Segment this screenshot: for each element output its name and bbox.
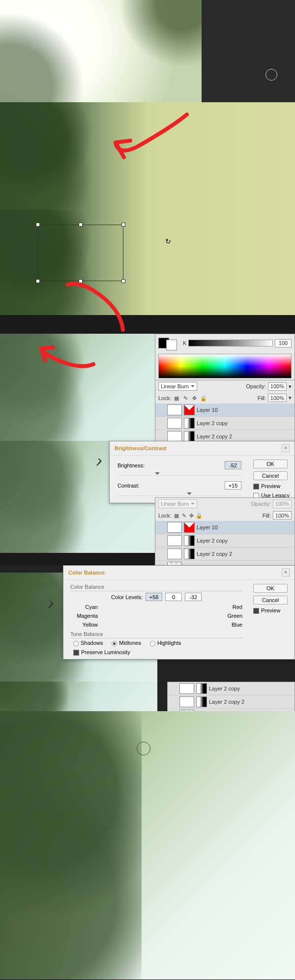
photo-step-5: Brightness/Contrast × Brightness: -52 Co…	[0, 441, 295, 553]
visibility-toggle-icon[interactable]	[157, 523, 165, 531]
highlights-radio[interactable]: Highlights	[150, 640, 181, 646]
layer-row[interactable]: Layer 10	[155, 404, 295, 417]
free-transform-bounding-box[interactable]	[38, 225, 123, 281]
opacity-label: Opacity:	[251, 501, 271, 507]
opacity-input: 100%	[273, 500, 292, 508]
lock-position-icon[interactable]: ✥	[188, 512, 195, 519]
fill-input[interactable]: 100%	[268, 394, 287, 402]
layer-name: Layer 2 copy 2	[197, 433, 232, 439]
transform-handle[interactable]	[121, 223, 125, 227]
contrast-input[interactable]: +15	[225, 481, 241, 490]
contrast-label: Contrast:	[118, 483, 152, 489]
k-label: K	[183, 340, 186, 346]
brush-cursor-icon	[266, 69, 277, 81]
ok-button[interactable]: OK	[253, 460, 288, 468]
layer-row[interactable]: Layer 2 copy	[168, 682, 295, 695]
layer-row[interactable]: Layer 2 copy	[155, 417, 295, 430]
visibility-toggle-icon[interactable]	[157, 537, 165, 545]
brightness-slider[interactable]	[118, 472, 241, 476]
layer-mask-thumbnail[interactable]	[184, 535, 195, 546]
visibility-toggle-icon[interactable]	[170, 698, 177, 706]
opacity-input[interactable]: 100%	[268, 382, 287, 391]
layer-mask-thumbnail[interactable]	[184, 404, 195, 415]
dialog-title: Brightness/Contrast	[115, 445, 167, 451]
shadows-radio[interactable]: Shadows	[73, 640, 103, 646]
ps-canvas-padding	[0, 315, 295, 334]
photo-step-2	[0, 102, 295, 210]
visibility-toggle-icon[interactable]	[157, 419, 165, 427]
cancel-button[interactable]: Cancel	[253, 471, 288, 480]
lock-icons-group: ▦ ✎ ✥ 🔒	[173, 395, 207, 402]
cancel-button[interactable]: Cancel	[253, 596, 288, 605]
layer-row[interactable]: Layer 10	[155, 521, 295, 534]
eyedropper-cursor-icon	[47, 602, 55, 610]
blend-mode-dropdown: Linear Burn	[158, 499, 197, 508]
lock-label: Lock:	[158, 395, 171, 401]
lock-pixels-icon[interactable]: ✎	[182, 395, 189, 402]
contrast-slider[interactable]	[118, 492, 241, 496]
lock-pixels-icon[interactable]: ✎	[180, 512, 187, 519]
canvas-photo-1	[0, 0, 202, 102]
blue-label: Blue	[232, 622, 242, 628]
fill-label: Fill:	[258, 395, 266, 401]
blend-mode-value: Linear Burn	[161, 501, 189, 507]
layer-mask-thumbnail[interactable]	[184, 522, 195, 533]
lock-label: Lock:	[158, 513, 171, 519]
visibility-toggle-icon[interactable]	[157, 432, 165, 440]
level-1-input[interactable]: +58	[146, 593, 162, 601]
visibility-toggle-icon[interactable]	[170, 685, 177, 692]
layer-thumbnail[interactable]	[167, 431, 182, 442]
layer-mask-thumbnail[interactable]	[184, 431, 195, 442]
transform-handle[interactable]	[79, 223, 83, 227]
background-color-swatch[interactable]	[166, 340, 177, 350]
k-slider[interactable]	[188, 340, 273, 346]
layer-mask-thumbnail[interactable]	[184, 548, 195, 559]
layer-name: Layer 2 copy	[197, 538, 228, 544]
lock-all-icon[interactable]: 🔒	[195, 512, 202, 519]
chevron-down-icon[interactable]: ▾	[289, 383, 292, 390]
annotation-arrow	[34, 341, 98, 381]
preview-checkbox[interactable]: Preview	[253, 483, 291, 490]
visibility-toggle-icon[interactable]	[157, 550, 165, 558]
center-point-icon[interactable]	[78, 250, 83, 255]
preview-checkbox[interactable]: Preview	[253, 607, 291, 614]
level-3-input[interactable]: -32	[185, 593, 202, 601]
brightness-input[interactable]: -52	[225, 461, 241, 469]
brightness-label: Brightness:	[118, 462, 152, 468]
transform-handle[interactable]	[36, 223, 40, 227]
layer-row[interactable]: Layer 2 copy 2	[168, 695, 295, 709]
close-icon[interactable]: ×	[282, 569, 290, 576]
layer-row[interactable]: Layer 2 copy	[155, 534, 295, 548]
visibility-toggle-icon[interactable]	[157, 406, 165, 414]
layer-thumbnail[interactable]	[167, 548, 182, 559]
fill-input[interactable]: 100%	[273, 511, 292, 519]
close-icon[interactable]: ×	[282, 444, 290, 452]
section-color-balance: Color Balance	[70, 584, 242, 591]
layer-name: Layer 2 copy 2	[209, 699, 244, 705]
layer-thumbnail[interactable]	[167, 522, 182, 533]
lock-position-icon[interactable]: ✥	[191, 395, 198, 402]
color-spectrum[interactable]	[158, 354, 292, 378]
ok-button[interactable]: OK	[253, 584, 288, 593]
color-levels-label: Color Levels:	[111, 594, 143, 600]
blend-mode-dropdown[interactable]: Linear Burn	[158, 382, 197, 391]
layer-thumbnail[interactable]	[167, 535, 182, 546]
layer-mask-thumbnail[interactable]	[184, 418, 195, 429]
eyedropper-cursor-icon	[95, 460, 103, 467]
layer-thumbnail[interactable]	[167, 418, 182, 429]
layer-thumbnail[interactable]	[167, 404, 182, 415]
lock-all-icon[interactable]: 🔒	[200, 395, 206, 402]
photo-step-3: ↻	[0, 210, 295, 315]
k-value-input[interactable]: 100	[275, 339, 292, 347]
color-panel: K 100	[155, 334, 295, 381]
midtones-radio[interactable]: Midtones	[112, 640, 141, 646]
lock-transparent-icon[interactable]: ▦	[173, 395, 180, 402]
preserve-luminosity-checkbox[interactable]: Preserve Luminosity	[73, 649, 130, 656]
lock-transparent-icon[interactable]: ▦	[173, 512, 180, 519]
level-2-input[interactable]: 0	[165, 593, 182, 601]
fill-label: Fill:	[263, 513, 271, 519]
transform-handle[interactable]	[36, 279, 40, 283]
chevron-down-icon[interactable]: ▾	[289, 395, 292, 401]
layer-row[interactable]: Layer 2 copy 2	[155, 548, 295, 561]
brush-cursor-icon	[137, 742, 150, 755]
